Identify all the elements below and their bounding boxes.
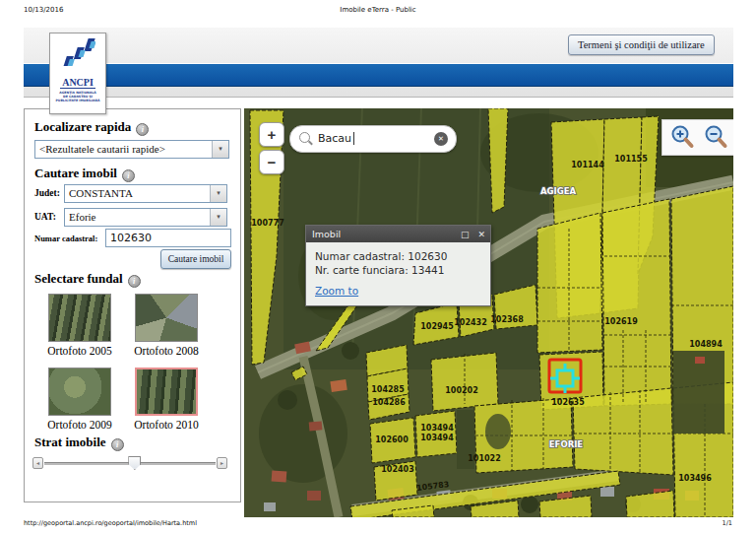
basemap-ortofoto-2005[interactable] [48, 294, 111, 342]
chevron-down-icon[interactable]: ▾ [210, 185, 226, 202]
place-label: AGIGEA [540, 186, 577, 196]
map-search-box[interactable]: Bacau ✕ [289, 125, 457, 153]
terms-button[interactable]: Termeni şi condiţii de utilizare [568, 34, 715, 55]
parcel-label: 102368 [490, 315, 524, 324]
popup-land-book-number: Nr. carte funciara: 13441 [315, 263, 481, 277]
page: 10/13/2016 Imobile eTerra - Public ANCPI… [0, 0, 756, 535]
parcel-label: 102403 [381, 465, 413, 474]
parcel-label: 103496 [678, 474, 712, 483]
imobil-popup-title: Imobil [312, 229, 341, 239]
text-caret [353, 132, 354, 145]
print-header: 10/13/2016 Imobile eTerra - Public [24, 6, 732, 18]
parcel-label: 102945 [420, 322, 454, 331]
basemap-caption: Ortofoto 2005 [43, 345, 116, 357]
cadastral-label: Numar cadastral: [34, 234, 97, 243]
basemap-ortofoto-2009[interactable] [48, 368, 111, 416]
zoom-to-link[interactable]: Zoom to [315, 284, 358, 298]
basemap-caption: Ortofoto 2008 [130, 345, 203, 357]
strat-imobile-slider[interactable]: ◂ ▸ [32, 456, 227, 470]
ancpi-logo-icon [60, 37, 95, 67]
parcel-label: 100202 [445, 386, 477, 395]
strat-imobile-slider-handle[interactable] [128, 456, 141, 470]
parcel-label: 102619 [604, 317, 638, 326]
footer-page-number: 1/1 [723, 519, 732, 527]
info-icon[interactable]: i [136, 123, 149, 136]
parcel-label: 104286 [372, 398, 406, 407]
quick-locate-heading: Localizare rapidai [34, 119, 149, 136]
map-zoom-controls: + − [259, 122, 284, 177]
header-blue-stripe [24, 63, 733, 87]
judet-select[interactable]: CONSTANTA ▾ [64, 184, 227, 203]
place-label: EFORIE [549, 439, 584, 449]
uat-label: UAT: [34, 212, 56, 222]
magnifier-zoom-out-icon[interactable] [704, 124, 729, 151]
info-icon[interactable]: i [111, 438, 124, 451]
basemap-caption: Ortofoto 2010 [130, 419, 203, 431]
maximize-icon[interactable]: □ [461, 230, 470, 239]
imobil-popup-body: Numar cadastral: 102630 Nr. carte funcia… [306, 242, 490, 305]
search-icon [299, 132, 310, 143]
layer-heading: Strat imobilei [34, 435, 124, 451]
map-area[interactable]: 1007771011441011551029451024321023681026… [244, 108, 733, 517]
print-title: Imobile eTerra - Public [24, 6, 732, 14]
chevron-down-icon[interactable]: ▾ [212, 141, 228, 158]
footer-url: http://geoportal.ancpi.ro/geoportal/imob… [24, 519, 197, 527]
parcel-label: 103494 [420, 434, 454, 442]
basemap-heading: Selectare fundali [34, 271, 141, 288]
parcel-label: 104285 [371, 385, 405, 394]
parcel-label: 103494 [420, 424, 454, 433]
basemap-ortofoto-2008[interactable] [135, 294, 198, 342]
basemap-ortofoto-2010[interactable] [135, 368, 198, 416]
imobil-popup-titlebar[interactable]: Imobil □ ✕ [306, 226, 490, 242]
search-imobil-heading: Cautare imobili [34, 166, 135, 182]
parcel-label: 101144 [571, 161, 604, 169]
parcel-label: 102635 [551, 398, 585, 407]
sidebar: Localizare rapidai <Rezultatele cautarii… [24, 108, 241, 502]
quick-locate-select[interactable]: <Rezultatele cautarii rapide> ▾ [34, 140, 229, 159]
close-icon[interactable]: ✕ [477, 230, 485, 239]
slider-right-arrow-icon[interactable]: ▸ [217, 457, 227, 469]
print-footer: http://geoportal.ancpi.ro/geoportal/imob… [24, 519, 732, 529]
cautare-imobil-button[interactable]: Cautare imobil [160, 249, 231, 269]
parcel-label: 101155 [614, 155, 648, 164]
judet-label: Judet: [34, 188, 60, 198]
ancpi-logo: ANCPI AGENŢIA NAŢIONALĂ DE CADASTRU ŞI P… [49, 33, 106, 114]
map-zoom-in-button[interactable]: + [259, 122, 284, 147]
info-icon[interactable]: i [128, 275, 141, 288]
map-canvas[interactable]: 1007771011441011551029451024321023681026… [244, 108, 733, 517]
ancpi-logo-title: ANCPI [60, 78, 95, 89]
parcel-label: 100777 [251, 219, 284, 228]
parcel-label: 102432 [454, 318, 486, 327]
info-icon[interactable]: i [122, 169, 135, 182]
popup-cadastral-number: Numar cadastral: 102630 [315, 249, 481, 263]
chevron-down-icon[interactable]: ▾ [210, 209, 226, 226]
basemap-caption: Ortofoto 2009 [43, 419, 116, 431]
slider-left-arrow-icon[interactable]: ◂ [32, 457, 43, 469]
parcel-label: 104894 [689, 340, 723, 349]
imobil-popup: Imobil □ ✕ Numar cadastral: 102630 Nr. c… [305, 225, 491, 306]
cadastral-input[interactable]: 102630 [105, 229, 231, 247]
ancpi-logo-subtitle: AGENŢIA NAŢIONALĂ DE CADASTRU ŞI PUBLICI… [50, 91, 105, 102]
parcel-label: 101022 [468, 454, 500, 463]
map-search-input[interactable]: Bacau [318, 132, 351, 145]
map-magnifier-toolbar [662, 119, 733, 156]
magnifier-zoom-in-icon[interactable] [670, 124, 696, 151]
parcel-label: 102600 [375, 435, 409, 444]
clear-search-icon[interactable]: ✕ [434, 132, 448, 146]
map-zoom-out-button[interactable]: − [259, 150, 284, 174]
uat-select[interactable]: Eforie ▾ [64, 208, 227, 227]
